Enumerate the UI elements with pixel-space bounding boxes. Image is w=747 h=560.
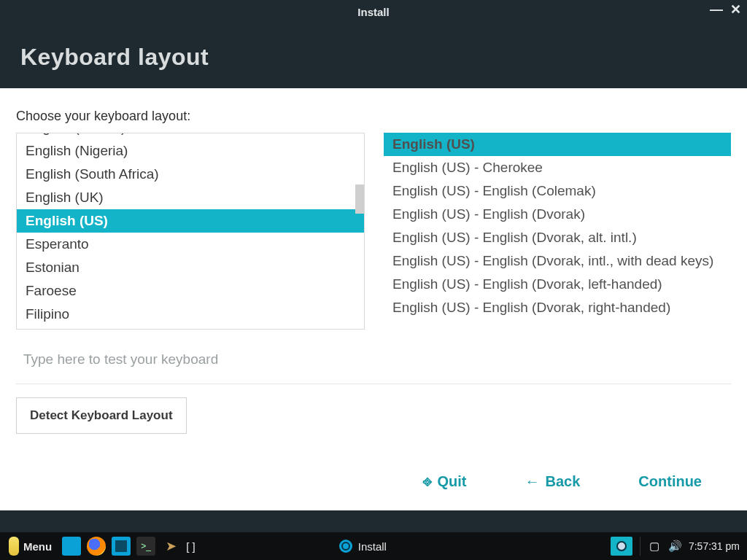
- layout-lists: English (Ghana) English (Nigeria) Englis…: [16, 133, 731, 330]
- workspace-indicator[interactable]: [ ]: [186, 540, 196, 553]
- volume-icon[interactable]: 🔊: [668, 540, 681, 553]
- test-row: [16, 347, 731, 384]
- variant-item[interactable]: English (US) - English (Dvorak, alt. int…: [384, 226, 731, 249]
- layout-item[interactable]: Esperanto: [17, 233, 364, 256]
- close-icon[interactable]: ✕: [730, 3, 741, 16]
- detect-row: Detect Keyboard Layout: [16, 397, 731, 434]
- prompt-label: Choose your keyboard layout:: [16, 109, 731, 124]
- nav-row: ⎆ Quit ← Back Continue: [16, 459, 731, 497]
- taskbar-center: Install: [196, 537, 611, 556]
- variant-item[interactable]: English (US) - English (Dvorak, intl., w…: [384, 249, 731, 273]
- window-footer-strip: [0, 510, 747, 532]
- scrollbar-thumb[interactable]: [355, 184, 364, 214]
- firefox-icon[interactable]: [87, 537, 106, 556]
- quit-icon: ⎆: [423, 473, 432, 490]
- layout-item[interactable]: English (Ghana): [17, 133, 364, 139]
- clock[interactable]: 7:57:31 pm: [689, 540, 740, 552]
- task-install[interactable]: Install: [332, 537, 474, 556]
- keyboard-test-input[interactable]: [16, 347, 731, 372]
- layout-item[interactable]: Estonian: [17, 256, 364, 279]
- continue-button[interactable]: Continue: [638, 473, 702, 490]
- variant-item[interactable]: English (US) - English (Colemak): [384, 179, 731, 203]
- layout-item-selected[interactable]: English (US): [17, 209, 364, 233]
- taskbar-right: ▢ 🔊 7:57:31 pm: [611, 537, 747, 556]
- page-title: Keyboard layout: [0, 23, 747, 88]
- layout-item[interactable]: Faroese: [17, 279, 364, 303]
- separator: [640, 537, 640, 556]
- titlebar[interactable]: Install — ✕: [0, 0, 747, 23]
- layout-item[interactable]: English (Nigeria): [17, 139, 364, 163]
- content-area: Choose your keyboard layout: English (Gh…: [0, 88, 747, 510]
- installer-app-icon: [339, 540, 352, 553]
- back-button[interactable]: ← Back: [525, 473, 581, 490]
- file-manager-icon[interactable]: [112, 537, 131, 556]
- variant-item[interactable]: English (US) - English (Dvorak, right-ha…: [384, 296, 731, 319]
- start-menu-button[interactable]: Menu: [4, 534, 56, 559]
- display-tray-icon[interactable]: ▢: [648, 540, 661, 553]
- minimize-icon[interactable]: —: [710, 3, 723, 16]
- pointer-icon[interactable]: ➤: [161, 537, 180, 556]
- variant-item-selected[interactable]: English (US): [384, 133, 731, 156]
- variant-listbox[interactable]: English (US) English (US) - Cherokee Eng…: [384, 133, 731, 330]
- quit-label: Quit: [438, 473, 467, 490]
- detect-layout-button[interactable]: Detect Keyboard Layout: [16, 397, 187, 434]
- distro-icon: [9, 537, 19, 556]
- installer-window: Install — ✕ Keyboard layout Choose your …: [0, 0, 747, 532]
- layout-item[interactable]: English (South Africa): [17, 163, 364, 186]
- taskbar-left: Menu >_ ➤ [ ]: [0, 534, 196, 559]
- window-title: Install: [357, 6, 389, 18]
- variant-item[interactable]: English (US) - Cherokee: [384, 156, 731, 179]
- quit-button[interactable]: ⎆ Quit: [423, 473, 467, 490]
- back-label: Back: [546, 473, 581, 490]
- variant-item[interactable]: English (US) - English (Dvorak, left-han…: [384, 273, 731, 296]
- task-label: Install: [358, 540, 387, 553]
- terminal-icon[interactable]: >_: [136, 537, 155, 556]
- active-app-indicator[interactable]: [611, 537, 632, 556]
- show-desktop-icon[interactable]: [62, 537, 81, 556]
- layout-listbox[interactable]: English (Ghana) English (Nigeria) Englis…: [16, 133, 365, 330]
- window-controls: — ✕: [710, 3, 741, 16]
- taskbar: Menu >_ ➤ [ ] Install ▢ 🔊 7:57:31 pm: [0, 532, 747, 560]
- back-arrow-icon: ←: [525, 473, 540, 490]
- menu-label: Menu: [23, 540, 52, 553]
- continue-label: Continue: [638, 473, 702, 490]
- layout-item[interactable]: English (UK): [17, 186, 364, 209]
- variant-item[interactable]: English (US) - English (Dvorak): [384, 203, 731, 226]
- installer-app-icon: [616, 541, 627, 551]
- layout-item[interactable]: Filipino: [17, 303, 364, 326]
